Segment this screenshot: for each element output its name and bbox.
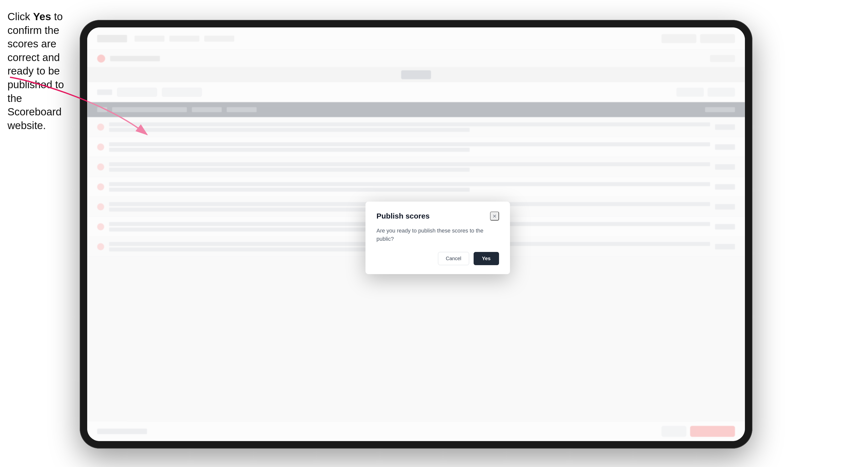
dialog-title: Publish scores bbox=[376, 212, 430, 220]
tablet-screen: Publish scores × Are you ready to publis… bbox=[87, 27, 745, 441]
dialog-close-button[interactable]: × bbox=[490, 212, 499, 221]
tablet-device: Publish scores × Are you ready to publis… bbox=[80, 20, 752, 448]
instruction-prefix: Click bbox=[7, 11, 33, 23]
instruction-text: Click Yes to confirm the scores are corr… bbox=[7, 10, 77, 132]
cancel-button[interactable]: Cancel bbox=[438, 252, 469, 265]
instruction-bold: Yes bbox=[33, 11, 51, 23]
dialog-body-text: Are you ready to publish these scores to… bbox=[376, 226, 499, 243]
instruction-suffix: to confirm the scores are correct and re… bbox=[7, 11, 64, 131]
dialog-header: Publish scores × bbox=[376, 212, 499, 221]
publish-scores-dialog: Publish scores × Are you ready to publis… bbox=[366, 201, 510, 274]
dialog-footer: Cancel Yes bbox=[376, 252, 499, 265]
yes-button[interactable]: Yes bbox=[474, 252, 499, 265]
tablet-outer: Publish scores × Are you ready to publis… bbox=[80, 20, 752, 448]
